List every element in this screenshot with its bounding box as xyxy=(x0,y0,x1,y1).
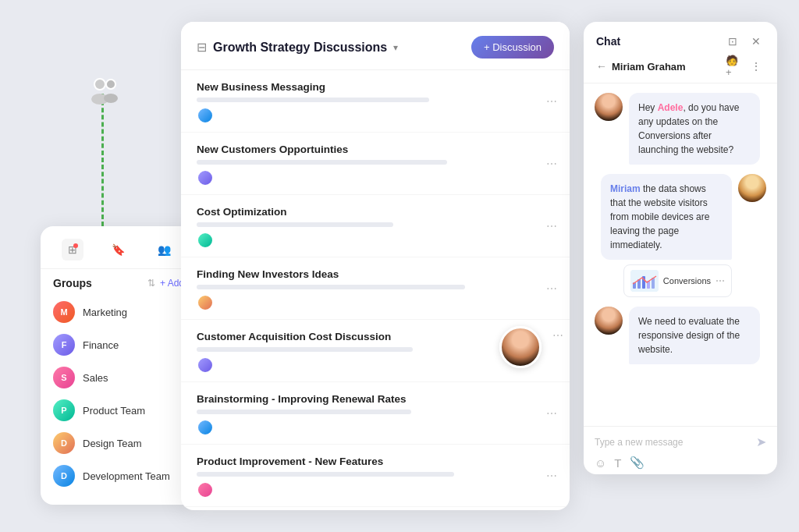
avatar-finance: F xyxy=(53,334,75,356)
chat-header-icons: ⊡ ✕ xyxy=(724,33,765,50)
discussion-item-title-5: Brainstorming - Improving Renewal Rates xyxy=(197,393,554,405)
item-menu-0[interactable]: ⋯ xyxy=(546,95,557,108)
item-menu-5[interactable]: ⋯ xyxy=(546,407,557,420)
msg-text-suffix-2: We need to evaluate the responsive desig… xyxy=(638,316,740,355)
discussion-item-footer-3 xyxy=(197,294,554,311)
progress-bar-6 xyxy=(197,472,454,477)
progress-bar-5 xyxy=(197,410,411,414)
discussion-item-5[interactable]: Brainstorming - Improving Renewal Rates … xyxy=(181,382,570,445)
item-menu-6[interactable]: ⋯ xyxy=(546,470,557,482)
message-row-1: Miriam the data shows that the website v… xyxy=(595,174,766,297)
attachment-menu-icon[interactable]: ⋯ xyxy=(716,275,725,286)
message-bubble-0: Hey Adele, do you have any updates on th… xyxy=(629,93,760,165)
avatar-product: P xyxy=(53,399,75,421)
discussion-item-1[interactable]: New Customers Opportuinties ⋯ xyxy=(181,133,570,195)
tab-layers[interactable]: ⊞ xyxy=(62,239,83,261)
message-row-0: Hey Adele, do you have any updates on th… xyxy=(595,93,766,165)
avatar-marketing: M xyxy=(53,301,75,323)
avatar-miriam xyxy=(595,93,623,121)
discussion-item-footer-5 xyxy=(197,419,554,436)
people-icon xyxy=(86,74,123,105)
sidebar-item-development-team[interactable]: D Development Team xyxy=(41,459,197,492)
sidebar-item-marketing[interactable]: M Marketing xyxy=(41,296,197,328)
send-icon[interactable]: ➤ xyxy=(756,434,766,449)
chat-messages: Hey Adele, do you have any updates on th… xyxy=(584,83,777,426)
group-name-product: Product Team xyxy=(83,405,145,417)
item-menu-3[interactable]: ⋯ xyxy=(546,282,557,295)
chat-panel: Chat ⊡ ✕ ← Miriam Graham 🧑+ ⋮ Hey Adele,… xyxy=(584,22,777,474)
avatar-adele xyxy=(738,174,766,202)
chevron-down-icon[interactable]: ▾ xyxy=(393,42,398,53)
big-avatar-customer xyxy=(499,326,542,368)
groups-header: Groups ⇅ + Add xyxy=(41,277,197,296)
chat-close-icon[interactable]: ✕ xyxy=(748,33,765,50)
emoji-icon[interactable]: ☺ xyxy=(595,456,606,470)
tab-bookmark[interactable]: 🔖 xyxy=(108,239,130,261)
avatar-row-2 xyxy=(197,232,214,249)
text-format-icon[interactable]: T xyxy=(614,456,621,470)
new-discussion-button[interactable]: + Discussion xyxy=(471,36,554,59)
discussion-item-3[interactable]: Finding New Investors Ideas ⋯ xyxy=(181,257,570,320)
chat-input-area: Type a new message ➤ ☺ T 📎 xyxy=(584,426,777,474)
sidebar-item-product-team[interactable]: P Product Team xyxy=(41,394,197,427)
discussion-avatar-5-0 xyxy=(197,419,214,436)
chat-user-name: Miriam Graham xyxy=(612,61,686,73)
msg-highlight-miriam: Miriam xyxy=(610,183,641,194)
discussion-list: New Business Messaging ⋯ New Customers O… xyxy=(181,70,570,510)
avatar-design: D xyxy=(53,432,75,454)
discussion-item-title-3: Finding New Investors Ideas xyxy=(197,268,554,280)
discussion-item-0[interactable]: New Business Messaging ⋯ xyxy=(181,70,570,133)
add-participant-icon[interactable]: 🧑+ xyxy=(726,58,743,75)
chat-input-placeholder: Type a new message xyxy=(595,437,683,448)
group-name-sales: Sales xyxy=(83,372,108,384)
discussion-title: Growth Strategy Discussions xyxy=(213,41,387,55)
attachment-card[interactable]: Conversions ⋯ xyxy=(623,264,732,297)
discussion-item-4[interactable]: Customer Acquisition Cost Discussion ⋯ xyxy=(181,320,570,382)
message-bubble-1: Miriam the data shows that the website v… xyxy=(601,174,732,260)
avatar-sales: S xyxy=(53,367,75,388)
groups-title: Groups xyxy=(53,277,92,289)
avatar-dev: D xyxy=(53,465,75,487)
chat-layout-icon[interactable]: ⊡ xyxy=(724,33,741,50)
item-menu-2[interactable]: ⋯ xyxy=(546,220,557,232)
discussion-avatar-6-0 xyxy=(197,481,214,498)
discussion-avatar-0-0 xyxy=(197,107,214,124)
discussion-item-footer-6 xyxy=(197,481,554,498)
progress-bar-1 xyxy=(197,160,447,165)
progress-bar-0 xyxy=(197,98,429,102)
attachment-thumb xyxy=(630,270,659,292)
discussion-item-title-0: New Business Messaging xyxy=(197,81,554,93)
tab-people[interactable]: 👥 xyxy=(154,239,176,261)
avatar-miriam-2 xyxy=(595,307,623,335)
sidebar-item-sales[interactable]: S Sales xyxy=(41,361,197,394)
discussion-avatar-3-0 xyxy=(197,294,214,311)
discussion-item-2[interactable]: Cost Optimization ⋯ xyxy=(181,195,570,257)
discussion-item-footer-1 xyxy=(197,169,554,186)
people-icon-box xyxy=(86,74,123,108)
chat-panel-title: Chat xyxy=(596,35,620,48)
avatar-row-1 xyxy=(197,169,214,186)
discussion-item-6[interactable]: Product Improvement - New Features ⋯ xyxy=(181,445,570,507)
discussion-item-title-2: Cost Optimization xyxy=(197,206,554,218)
item-menu-1[interactable]: ⋯ xyxy=(546,158,557,170)
sidebar-item-design-team[interactable]: D Design Team xyxy=(41,427,197,459)
chat-more-icon[interactable]: ⋮ xyxy=(748,58,765,75)
discussion-header: ⊟ Growth Strategy Discussions ▾ + Discus… xyxy=(181,22,570,70)
board-icon: ⊟ xyxy=(197,40,207,55)
discussion-item-title-6: Product Improvement - New Features xyxy=(197,456,554,467)
attachment-icon[interactable]: 📎 xyxy=(630,456,645,470)
svg-point-0 xyxy=(94,79,105,90)
discussion-avatar-4-0 xyxy=(197,356,214,374)
attachment-name: Conversions xyxy=(663,276,711,286)
sidebar-item-finance[interactable]: F Finance xyxy=(41,328,197,361)
chat-input-field[interactable]: Type a new message ➤ xyxy=(595,434,766,449)
group-name-finance: Finance xyxy=(83,339,119,351)
sort-icon[interactable]: ⇅ xyxy=(147,278,155,289)
avatar-row-4 xyxy=(197,356,214,374)
discussion-title-group: ⊟ Growth Strategy Discussions ▾ xyxy=(197,40,398,55)
chat-subheader-icons: 🧑+ ⋮ xyxy=(726,58,765,75)
item-menu-4[interactable]: ⋯ xyxy=(552,329,563,342)
back-arrow-icon[interactable]: ← xyxy=(596,60,607,73)
group-name-design: Design Team xyxy=(83,438,142,449)
svg-point-2 xyxy=(106,80,115,89)
